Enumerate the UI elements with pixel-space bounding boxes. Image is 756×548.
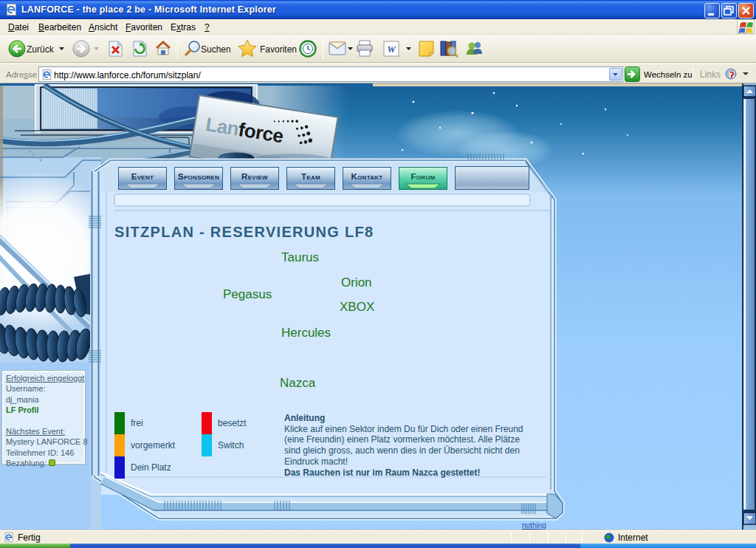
svg-text:W: W (387, 44, 396, 55)
